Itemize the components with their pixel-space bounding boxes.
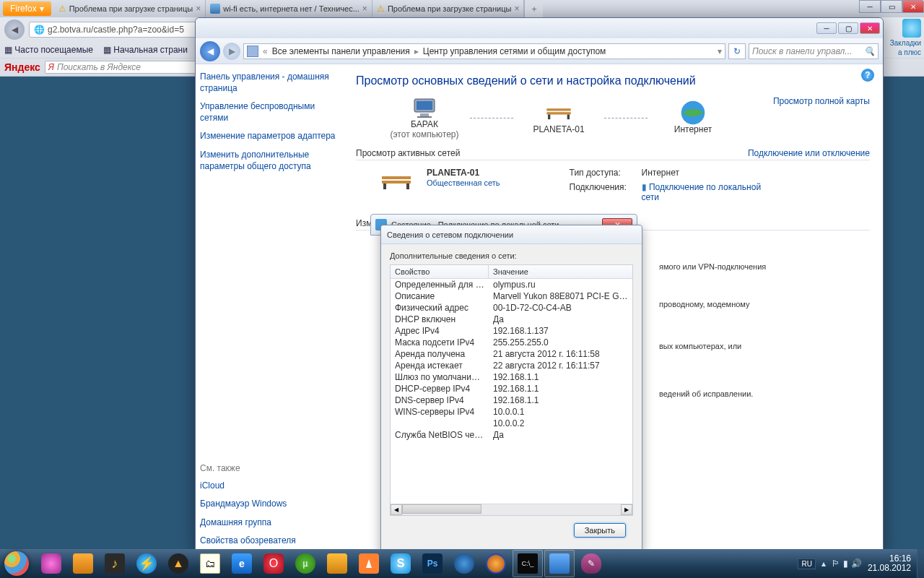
property-name: Описание	[391, 290, 489, 302]
browser-tab[interactable]: ⚠ Проблема при загрузке страницы ×	[54, 0, 206, 17]
back-button[interactable]: ◀	[4, 20, 25, 40]
property-row[interactable]: DNS-сервер IPv4192.168.1.1	[391, 394, 632, 406]
warning-icon: ⚠	[377, 4, 385, 14]
browser-tab[interactable]: ⚠ Проблема при загрузке страницы ×	[372, 0, 525, 17]
column-value[interactable]: Значение	[489, 265, 533, 278]
minimize-button[interactable]: ─	[816, 22, 837, 34]
clock[interactable]: 16:16 21.08.2012	[868, 554, 911, 572]
property-row[interactable]: Шлюз по умолчанию IP...192.168.1.1	[391, 371, 632, 383]
language-indicator[interactable]: RU	[798, 558, 815, 569]
taskbar-item[interactable]: 🗂	[195, 550, 225, 577]
svg-rect-11	[383, 184, 386, 189]
taskbar-item[interactable]: O	[258, 550, 289, 577]
taskbar-item[interactable]	[449, 550, 479, 577]
connect-disconnect-link[interactable]: Подключение или отключение	[748, 148, 870, 158]
dialog-titlebar[interactable]: Сведения о сетевом подключении	[381, 225, 642, 244]
taskbar-item[interactable]: Ps	[417, 550, 448, 577]
refresh-button[interactable]: ↻	[728, 43, 746, 59]
network-type-link[interactable]: Общественная сеть	[427, 178, 500, 187]
extension-icon[interactable]	[902, 19, 921, 38]
connection-link[interactable]: ▮ Подключение по локальной сети	[642, 182, 772, 202]
taskbar-item[interactable]: ♪	[100, 550, 130, 577]
sidebar-link-sharing[interactable]: Изменить дополнительные параметры общего…	[200, 150, 339, 172]
taskbar-item[interactable]: C:\_	[513, 550, 543, 577]
property-row[interactable]: Аренда истекает22 августа 2012 г. 16:11:…	[391, 360, 632, 371]
start-button[interactable]	[0, 549, 33, 578]
horizontal-scrollbar[interactable]: ◀ ▶	[391, 504, 632, 515]
tray-flag-icon[interactable]: 🏳	[832, 558, 840, 569]
close-tab-icon[interactable]: ×	[362, 4, 367, 14]
property-row[interactable]: Определенный для по...olympus.ru	[391, 279, 632, 290]
column-property[interactable]: Свойство	[391, 265, 489, 278]
new-tab-button[interactable]: ＋	[524, 0, 543, 17]
sidebar-link-wireless[interactable]: Управление беспроводными сетями	[200, 101, 339, 124]
show-desktop-button[interactable]	[917, 549, 924, 578]
window-titlebar[interactable]: ─ ▢ ✕	[196, 18, 883, 38]
warning-icon: ⚠	[58, 4, 66, 14]
yandex-logo[interactable]: Яндекс	[4, 61, 40, 73]
sidebar-also-internet-options[interactable]: Свойства обозревателя	[200, 535, 339, 547]
tray-volume-icon[interactable]: 🔊	[851, 558, 862, 569]
taskbar-item[interactable]	[354, 550, 384, 577]
taskbar-item[interactable]: ▲	[163, 550, 193, 577]
tab-label: Проблема при загрузке страницы	[69, 4, 193, 13]
close-button[interactable]: ✕	[902, 0, 924, 13]
bookmarks-label[interactable]: Закладки	[890, 39, 921, 47]
taskbar-item[interactable]: ✎	[576, 550, 606, 577]
taskbar-item[interactable]: e	[227, 550, 257, 577]
taskbar-item[interactable]	[36, 550, 66, 577]
taskbar-item[interactable]	[322, 550, 352, 577]
firefox-menu-button[interactable]: Firefox▾	[3, 1, 51, 16]
property-row[interactable]: Физический адрес00-1D-72-C0-C4-AB	[391, 302, 632, 314]
help-icon[interactable]: ?	[861, 69, 874, 82]
yandex-search-input[interactable]: Я Поискать в Яндексе	[45, 61, 204, 74]
tray-network-icon[interactable]: ▮	[843, 558, 848, 569]
property-row[interactable]: WINS-серверы IPv410.0.0.1	[391, 406, 632, 418]
tray-chevron-icon[interactable]: ▴	[821, 558, 826, 569]
sidebar-also-firewall[interactable]: Брандмауэр Windows	[200, 499, 339, 510]
property-row[interactable]: DHCP-сервер IPv4192.168.1.1	[391, 383, 632, 394]
property-value: olympus.ru	[489, 279, 632, 290]
sidebar-link-adapter[interactable]: Изменение параметров адаптера	[200, 131, 339, 142]
sidebar: Панель управления - домашняя страница Уп…	[196, 64, 343, 554]
sidebar-link-home[interactable]: Панель управления - домашняя страница	[200, 72, 339, 94]
property-row[interactable]: ОписаниеMarvell Yukon 88E8071 PCI-E Giga…	[391, 290, 632, 302]
scroll-thumb[interactable]	[402, 504, 481, 514]
property-name: Физический адрес	[391, 302, 489, 314]
network-details-dialog: Сведения о сетевом подключении Дополните…	[380, 225, 642, 553]
forward-button[interactable]: ▶	[223, 43, 240, 60]
property-row[interactable]: Адрес IPv4192.168.1.137	[391, 325, 632, 337]
taskbar-item[interactable]: µ	[290, 550, 321, 577]
breadcrumb[interactable]: « Все элементы панели управления ▸ Центр…	[243, 43, 725, 59]
close-tab-icon[interactable]: ×	[514, 4, 519, 14]
property-row[interactable]: Аренда получена21 августа 2012 г. 16:11:…	[391, 348, 632, 360]
property-row[interactable]: Маска подсети IPv4255.255.255.0	[391, 337, 632, 348]
search-input[interactable]: Поиск в панели управл... 🔍	[749, 43, 879, 59]
taskbar-item[interactable]	[481, 550, 511, 577]
bookmark-item[interactable]: ▦ Начальная страни	[103, 45, 188, 55]
taskbar-item[interactable]	[68, 550, 98, 577]
bench-icon	[378, 168, 415, 191]
close-button[interactable]: Закрыть	[574, 523, 626, 538]
taskbar-item[interactable]: S	[385, 550, 416, 577]
close-button[interactable]: ✕	[860, 22, 880, 34]
maximize-button[interactable]: ▢	[838, 22, 858, 34]
maximize-button[interactable]: ▭	[881, 0, 902, 13]
dialog-subtitle: Дополнительные сведения о сети:	[390, 251, 633, 260]
close-tab-icon[interactable]: ×	[196, 4, 201, 14]
browser-tab[interactable]: wi-fi есть, интернета нет / Техничес... …	[206, 0, 372, 17]
taskbar-item[interactable]	[544, 550, 575, 577]
scroll-right-button[interactable]: ▶	[621, 504, 632, 515]
taskbar-item[interactable]: ⚡	[131, 550, 162, 577]
property-row[interactable]: Служба NetBIOS через...Да	[391, 429, 632, 441]
sidebar-also-icloud[interactable]: iCloud	[200, 480, 339, 492]
back-button[interactable]: ◀	[200, 41, 220, 61]
property-row[interactable]: DHCP включенДа	[391, 314, 632, 325]
minimize-button[interactable]: ─	[859, 0, 881, 13]
plus-label[interactable]: а плюс	[898, 48, 921, 56]
scroll-left-button[interactable]: ◀	[391, 504, 402, 515]
property-row[interactable]: 10.0.0.2	[391, 418, 632, 429]
full-map-link[interactable]: Просмотр полной карты	[773, 96, 870, 106]
sidebar-also-homegroup[interactable]: Домашняя группа	[200, 517, 339, 529]
bookmark-item[interactable]: ▦ Часто посещаемые	[4, 45, 93, 55]
